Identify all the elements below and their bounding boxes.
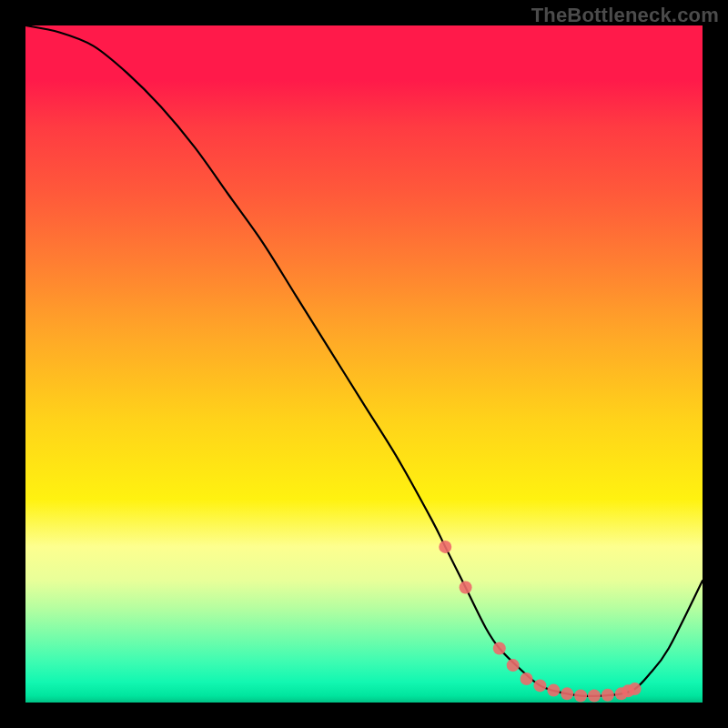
highlight-dot	[507, 659, 520, 672]
highlight-dot	[460, 581, 472, 594]
chart-frame: TheBottleneck.com	[0, 0, 728, 728]
highlight-dot	[547, 684, 560, 697]
highlight-dots	[439, 541, 641, 703]
highlight-dot	[629, 682, 642, 695]
highlight-dot	[521, 672, 533, 685]
highlight-dot	[493, 642, 506, 654]
watermark-text: TheBottleneck.com	[531, 4, 719, 27]
highlight-dot	[574, 690, 587, 703]
highlight-dot	[439, 541, 451, 553]
highlight-dot	[588, 690, 601, 703]
plot-area	[25, 25, 703, 703]
highlight-dot	[533, 679, 546, 692]
highlight-dot	[602, 689, 614, 702]
bottleneck-curve-line	[25, 25, 703, 696]
highlight-dot	[561, 687, 573, 700]
curve-layer	[25, 25, 703, 703]
